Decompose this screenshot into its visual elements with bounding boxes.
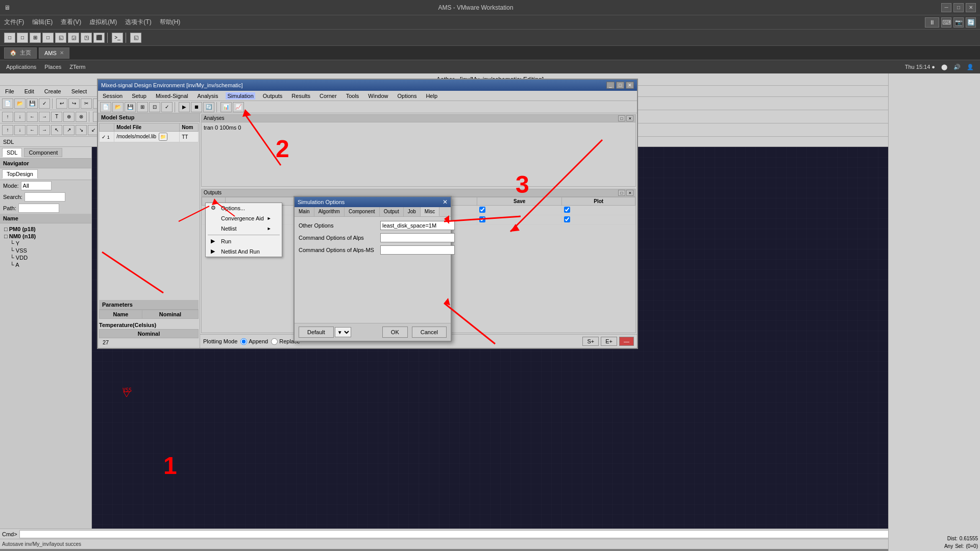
vm-menu-vm[interactable]: 虚拟机(M): [89, 18, 117, 27]
aether-menu-file[interactable]: File: [3, 88, 16, 95]
tb3-1[interactable]: ↑: [2, 125, 13, 135]
mde-tb-9[interactable]: 🔄: [203, 102, 214, 112]
tb2-4[interactable]: →: [39, 112, 50, 122]
tree-a[interactable]: └ A: [2, 261, 89, 268]
dialog-tab-main[interactable]: Main: [295, 207, 314, 216]
tree-vdd[interactable]: └ VDD: [2, 254, 89, 261]
vm-tab-ams[interactable]: AMS ✕: [39, 47, 69, 59]
mde-menu-mixedsignal[interactable]: Mixed-Signal: [154, 92, 190, 99]
tb2-3[interactable]: ←: [27, 112, 38, 122]
tb2-2[interactable]: ↓: [14, 112, 26, 122]
vm-menu-tabs[interactable]: 选项卡(T): [125, 18, 151, 27]
vm-menu-file[interactable]: 文件(F): [4, 18, 24, 27]
out-r2-save-chk[interactable]: [479, 216, 485, 222]
dialog-default-btn[interactable]: Default: [299, 327, 334, 338]
vm-toolbar-btn-3[interactable]: ⊞: [30, 33, 41, 43]
mde-minimize[interactable]: _: [606, 82, 615, 89]
dialog-tab-output[interactable]: Output: [380, 207, 404, 216]
dialog-tab-misc[interactable]: Misc: [421, 207, 440, 216]
dialog-ok-btn[interactable]: OK: [382, 327, 408, 338]
nav-tab-topdesign[interactable]: TopDesign: [2, 169, 38, 179]
dialog-tab-algorithm[interactable]: Algorithm: [314, 207, 345, 216]
mde-tb-7[interactable]: ▶: [179, 102, 190, 112]
mde-tb-2[interactable]: 📂: [112, 102, 124, 112]
sim-menu-run[interactable]: ▶ Run: [206, 236, 282, 246]
tree-nm0[interactable]: □ NM0 (n18): [2, 233, 89, 240]
tree-y[interactable]: └ Y: [2, 240, 89, 247]
cmd-input[interactable]: [19, 530, 968, 538]
tab-component[interactable]: Component: [24, 148, 62, 157]
mde-tb-5[interactable]: ⊡: [149, 102, 160, 112]
tb-check[interactable]: ✓: [39, 98, 50, 109]
tb-undo[interactable]: ↩: [56, 98, 67, 109]
mde-splus-btn[interactable]: S+: [582, 337, 599, 346]
analysis-expand[interactable]: □: [618, 115, 625, 121]
out-r1-plot-chk[interactable]: [564, 207, 570, 213]
linux-places[interactable]: Places: [44, 64, 61, 70]
tree-vss[interactable]: └ VSS: [2, 247, 89, 254]
mde-menu-options[interactable]: Options: [396, 92, 418, 99]
tb2-6[interactable]: ⊕: [63, 112, 75, 122]
tb3-2[interactable]: ↓: [14, 125, 26, 135]
mde-close[interactable]: ✕: [626, 82, 634, 89]
alps-options-input[interactable]: [380, 233, 455, 242]
out-r2-plot-chk[interactable]: [564, 216, 570, 222]
vm-maximize-btn[interactable]: □: [953, 3, 964, 12]
dialog-cancel-btn[interactable]: Cancel: [412, 327, 447, 338]
vm-toolbar-btn-10[interactable]: ◱: [130, 33, 141, 43]
output-expand[interactable]: □: [618, 190, 625, 196]
tb2-5[interactable]: T: [51, 112, 62, 122]
mde-tb-3[interactable]: 💾: [125, 102, 136, 112]
tb3-6[interactable]: ↗: [63, 125, 75, 135]
mde-menu-window[interactable]: Window: [366, 92, 389, 99]
out-r1-save-chk[interactable]: [479, 207, 485, 213]
tb-open[interactable]: 📂: [14, 98, 26, 109]
dialog-tab-component[interactable]: Component: [345, 207, 380, 216]
append-radio[interactable]: [240, 338, 247, 345]
vm-toolbar-btn-8[interactable]: ⬛: [93, 33, 105, 43]
aether-menu-create[interactable]: Create: [42, 88, 63, 95]
tb3-3[interactable]: ←: [27, 125, 38, 135]
mde-menu-outputs[interactable]: Outputs: [261, 92, 284, 99]
analysis-collapse[interactable]: ✕: [626, 115, 633, 121]
mde-tb-11[interactable]: 📈: [233, 102, 244, 112]
tree-pm0[interactable]: □ PM0 (p18): [2, 226, 89, 233]
mde-menu-tools[interactable]: Tools: [345, 92, 361, 99]
replace-radio[interactable]: [271, 338, 278, 345]
vm-toolbar-btn-4[interactable]: □: [42, 33, 54, 43]
tb3-4[interactable]: →: [39, 125, 50, 135]
vm-toolbar-btn-7[interactable]: ◳: [81, 33, 92, 43]
path-input[interactable]: [18, 204, 59, 213]
model-browse-btn[interactable]: 📁: [159, 133, 167, 141]
mde-tb-6[interactable]: ✓: [161, 102, 173, 112]
linux-applications[interactable]: Applications: [6, 64, 36, 70]
vm-menu-view[interactable]: 查看(V): [61, 18, 81, 27]
sim-menu-options[interactable]: ⚙ Options...: [206, 203, 282, 213]
sim-menu-netlist[interactable]: Netlist: [206, 223, 282, 234]
mde-menu-simulation[interactable]: Simulation: [226, 92, 255, 99]
aether-menu-select[interactable]: Select: [69, 88, 89, 95]
tb2-7[interactable]: ⊗: [76, 112, 87, 122]
mde-menu-analysis[interactable]: Analysis: [195, 92, 219, 99]
vm-toolbar-btn-2[interactable]: □: [17, 33, 28, 43]
dialog-tab-job[interactable]: Job: [404, 207, 421, 216]
vm-snapshot-btn[interactable]: 📷: [953, 17, 964, 28]
mde-menu-corner[interactable]: Corner: [318, 92, 338, 99]
tb-save[interactable]: 💾: [27, 98, 38, 109]
vm-snap2-btn[interactable]: 🔄: [966, 17, 976, 28]
tb3-7[interactable]: ↘: [76, 125, 87, 135]
mde-tb-1[interactable]: 📄: [100, 102, 111, 112]
tb2-1[interactable]: ↑: [2, 112, 13, 122]
tb-cut[interactable]: ✂: [81, 98, 92, 109]
other-options-input[interactable]: [380, 221, 455, 230]
dialog-close-btn[interactable]: ✕: [443, 198, 448, 206]
aether-menu-edit[interactable]: Edit: [22, 88, 36, 95]
mde-menu-help[interactable]: Help: [424, 92, 439, 99]
tb3-5[interactable]: ↖: [51, 125, 62, 135]
vm-menu-help[interactable]: 帮助(H): [160, 18, 181, 27]
dialog-default-select[interactable]: ▼: [335, 327, 351, 337]
mde-dash-btn[interactable]: —: [619, 337, 634, 346]
mode-input[interactable]: [21, 181, 52, 190]
mde-tb-4[interactable]: ⊞: [137, 102, 148, 112]
mde-menu-session[interactable]: Session: [101, 92, 124, 99]
